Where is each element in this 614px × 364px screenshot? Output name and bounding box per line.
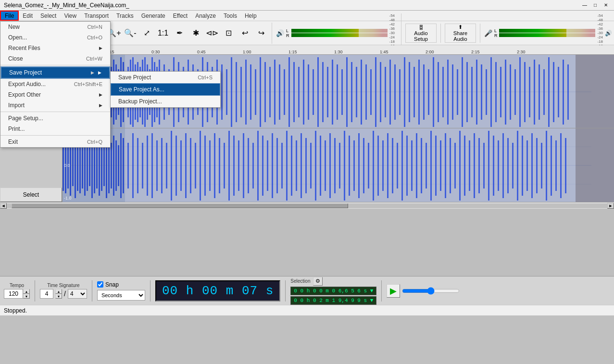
svg-rect-224 <box>469 140 470 191</box>
selection-start-display[interactable]: 0 0 h 0 0 m 0 6,6 5 6 s ▼ <box>290 287 376 295</box>
ts-num-arrows: ▲ ▼ <box>55 289 62 299</box>
scroll-right-button[interactable]: ► <box>607 203 614 209</box>
menu-file[interactable]: File <box>0 11 19 21</box>
menu-exit[interactable]: Exit Ctrl+Q <box>0 137 110 147</box>
selection-gear-button[interactable]: ⚙ <box>313 277 323 286</box>
tempo-up-button[interactable]: ▲ <box>23 289 30 294</box>
menu-effect[interactable]: Effect <box>169 11 191 21</box>
submenu-backup-project[interactable]: Backup Project... <box>111 96 220 107</box>
svg-rect-85 <box>375 57 376 127</box>
minimize-button[interactable]: — <box>580 1 589 10</box>
svg-rect-238 <box>536 138 538 193</box>
selection-section: Selection ⚙ 0 0 h 0 0 m 0 6,6 5 6 s ▼ 0 … <box>290 277 376 305</box>
menu-generate[interactable]: Generate <box>138 11 169 21</box>
tempo-input[interactable]: 120 <box>4 289 23 299</box>
trim-audio-button[interactable]: ⊲⊳ <box>204 25 220 41</box>
menu-close[interactable]: Close Ctrl+W <box>0 53 110 64</box>
zoom-100-button[interactable]: 1:1 <box>155 25 171 41</box>
redo-button[interactable]: ↪ <box>253 25 269 41</box>
track-2-waveform[interactable]: 1.0 0.0 -1.0 <box>63 128 614 202</box>
menu-tracks[interactable]: Tracks <box>113 11 138 21</box>
menu-print[interactable]: Print... <box>0 124 110 134</box>
selection-end-display[interactable]: 0 0 h 0 2 m 1 9,4 9 9 s ▼ <box>290 296 376 305</box>
scroll-thumb[interactable] <box>12 203 348 208</box>
ts-numerator-input[interactable]: 4 <box>40 289 53 299</box>
audio-setup-icon: 🎛 <box>418 25 424 30</box>
input-label: LR <box>494 28 498 38</box>
svg-rect-163 <box>175 136 177 196</box>
submenu-save-label: Save Project <box>118 74 151 81</box>
svg-rect-110 <box>495 62 497 122</box>
menu-page-setup[interactable]: Page Setup... <box>0 113 110 124</box>
scroll-left-button[interactable]: ◄ <box>0 203 7 209</box>
svg-rect-228 <box>488 131 489 201</box>
menu-divider-3 <box>0 135 110 136</box>
play-green-button[interactable]: ▶ <box>387 284 400 298</box>
svg-rect-97 <box>433 57 434 127</box>
maximize-button[interactable]: □ <box>591 1 600 10</box>
output-vu-bottom <box>291 33 388 37</box>
menu-save-project[interactable]: Save Project ▶ <box>0 66 110 79</box>
svg-rect-100 <box>447 60 449 125</box>
h-scrollbar[interactable]: ◄ ► <box>0 202 614 209</box>
menu-view[interactable]: View <box>60 11 80 21</box>
speed-slider[interactable] <box>402 287 460 295</box>
silence-button[interactable]: ⊡ <box>221 25 236 41</box>
menu-analyze[interactable]: Analyze <box>191 11 220 21</box>
menu-export-audio-label: Export Audio... <box>8 81 46 88</box>
menu-new[interactable]: New Ctrl+N <box>0 22 110 32</box>
menu-export-other[interactable]: Export Other <box>0 89 110 100</box>
svg-rect-171 <box>214 133 215 198</box>
svg-rect-82 <box>361 60 362 125</box>
menu-select[interactable]: Select <box>37 11 60 21</box>
svg-rect-242 <box>555 140 557 191</box>
zoom-fit-button[interactable]: ⤢ <box>139 25 154 41</box>
ts-num-down-button[interactable]: ▼ <box>55 294 62 299</box>
svg-rect-169 <box>204 136 206 196</box>
select-button[interactable]: Select <box>0 188 62 202</box>
svg-rect-185 <box>281 143 283 188</box>
multi-tool-button[interactable]: ✱ <box>188 25 203 41</box>
svg-rect-108 <box>486 69 487 115</box>
svg-rect-91 <box>404 57 405 127</box>
draw-tool-button[interactable]: ✒ <box>172 25 187 41</box>
menu-edit[interactable]: Edit <box>19 11 37 21</box>
svg-rect-109 <box>490 57 492 127</box>
svg-rect-205 <box>377 136 379 196</box>
svg-rect-230 <box>498 140 499 191</box>
menu-help[interactable]: Help <box>241 11 261 21</box>
svg-rect-154 <box>132 133 134 198</box>
svg-rect-53 <box>221 64 223 120</box>
scrollbar-track[interactable] <box>7 203 607 208</box>
ts-denominator-select[interactable]: 4 8 16 <box>68 289 87 299</box>
ts-num-up-button[interactable]: ▲ <box>55 289 62 294</box>
share-icon: ⬆ <box>458 24 463 30</box>
audio-setup-button[interactable]: 🎛 Audio Setup <box>405 24 437 43</box>
svg-rect-138 <box>89 145 90 186</box>
submenu-save-project-as[interactable]: Save Project As... <box>111 83 220 96</box>
menu-export-audio[interactable]: Export Audio... Ctrl+Shift+E <box>0 79 110 89</box>
submenu-save-project[interactable]: Save Project Ctrl+S <box>111 72 220 83</box>
tempo-label: Tempo <box>10 283 24 288</box>
svg-rect-152 <box>123 138 124 193</box>
svg-rect-181 <box>262 136 263 196</box>
svg-rect-88 <box>389 60 391 125</box>
undo-button[interactable]: ↩ <box>237 25 252 41</box>
svg-rect-94 <box>418 60 420 125</box>
divider-5 <box>381 280 382 301</box>
menu-tools[interactable]: Tools <box>220 11 241 21</box>
svg-rect-196 <box>334 138 336 193</box>
tempo-down-button[interactable]: ▼ <box>23 294 30 299</box>
snap-checkbox[interactable] <box>97 281 103 288</box>
menu-exit-label: Exit <box>8 138 18 145</box>
time-display: 00 h 00 m 07 s <box>155 280 280 301</box>
zoom-out-button[interactable]: 🔍- <box>123 25 138 41</box>
menu-transport[interactable]: Transport <box>80 11 113 21</box>
share-audio-button[interactable]: ⬆ Share Audio <box>445 24 476 43</box>
tempo-section: Tempo 120 ▲ ▼ <box>4 283 30 299</box>
menu-recent-files[interactable]: Recent Files <box>0 43 110 53</box>
close-button[interactable]: ✕ <box>601 1 610 10</box>
menu-import[interactable]: Import <box>0 100 110 111</box>
menu-open[interactable]: Open... Ctrl+O <box>0 32 110 43</box>
snap-select[interactable]: Seconds Beats Bars <box>97 290 145 301</box>
